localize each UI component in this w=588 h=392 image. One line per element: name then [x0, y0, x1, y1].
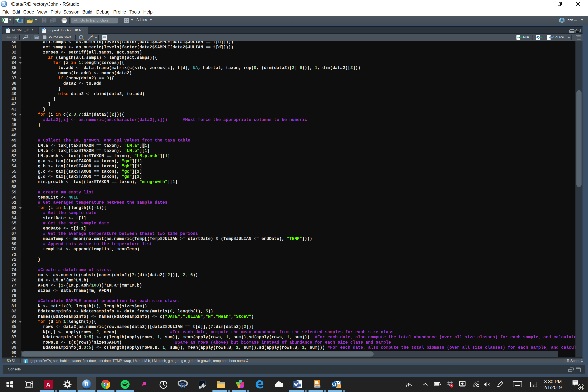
svg-text:R: R	[180, 382, 186, 389]
svg-text:R: R	[6, 28, 8, 31]
svg-text:W: W	[294, 382, 298, 387]
svg-text:R: R	[42, 28, 44, 31]
svg-text:EN: EN	[315, 381, 320, 384]
svg-text:R: R	[85, 381, 88, 387]
svg-text:A: A	[46, 381, 50, 388]
